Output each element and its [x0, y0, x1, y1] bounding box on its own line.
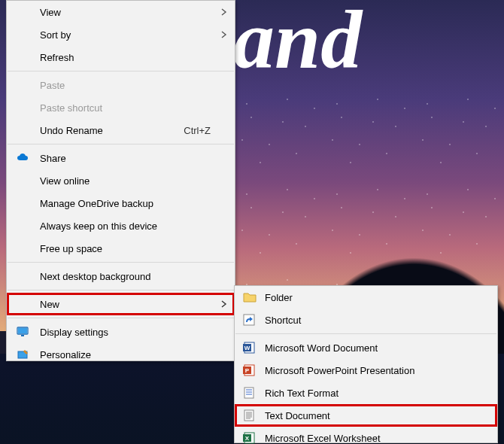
text-document-icon	[242, 408, 257, 423]
submenu-excel[interactable]: X Microsoft Excel Worksheet	[235, 427, 497, 444]
blank-icon	[16, 218, 29, 233]
submenu-text-document[interactable]: Text Document	[235, 404, 497, 427]
submenu-rtf[interactable]: Rich Text Format	[235, 382, 497, 404]
menu-next-desktop-background-label: Next desktop background	[40, 271, 214, 282]
chevron-right-icon	[221, 31, 227, 38]
menu-paste-shortcut: Paste shortcut	[7, 96, 235, 119]
submenu-powerpoint[interactable]: P Microsoft PowerPoint Presentation	[235, 359, 497, 382]
submenu-shortcut-label: Shortcut	[265, 315, 476, 326]
menu-always-keep[interactable]: Always keep on this device	[7, 214, 235, 237]
menu-personalize-label: Personalize	[40, 349, 214, 360]
blank-icon	[16, 196, 29, 211]
desktop: and View Sort by Refresh Paste Paste sho…	[0, 0, 504, 444]
menu-free-up-space-label: Free up space	[40, 243, 214, 254]
submenu-text-document-label: Text Document	[265, 410, 476, 421]
menu-undo-rename[interactable]: Undo Rename Ctrl+Z	[7, 119, 235, 141]
menu-separator	[235, 333, 496, 334]
folder-icon	[242, 290, 257, 305]
menu-share-label: Share	[40, 153, 214, 164]
submenu-word-doc-label: Microsoft Word Document	[265, 342, 476, 354]
chevron-right-icon	[221, 300, 227, 308]
svg-text:P: P	[245, 367, 250, 374]
display-settings-icon	[16, 324, 29, 339]
blank-icon	[16, 27, 29, 42]
blank-icon	[16, 173, 29, 188]
blank-icon	[16, 5, 29, 20]
cloud-icon	[16, 151, 29, 166]
menu-separator	[8, 71, 234, 71]
menu-sort-by-label: Sort by	[40, 29, 214, 41]
menu-undo-rename-shortcut: Ctrl+Z	[184, 125, 214, 136]
menu-undo-rename-label: Undo Rename	[40, 125, 184, 136]
blank-icon	[16, 50, 29, 65]
svg-text:W: W	[244, 345, 250, 351]
menu-separator	[8, 144, 234, 144]
blank-icon	[16, 269, 29, 284]
menu-separator	[8, 262, 234, 263]
menu-manage-onedrive-backup-label: Manage OneDrive backup	[40, 198, 214, 209]
svg-rect-11	[244, 388, 254, 398]
menu-manage-onedrive-backup[interactable]: Manage OneDrive backup	[7, 192, 235, 214]
svg-rect-2	[21, 335, 24, 336]
menu-display-settings-label: Display settings	[40, 327, 214, 338]
submenu-powerpoint-label: Microsoft PowerPoint Presentation	[265, 365, 476, 376]
submenu-folder[interactable]: Folder	[235, 286, 497, 309]
word-icon: W	[242, 340, 257, 355]
menu-display-settings[interactable]: Display settings	[7, 321, 235, 343]
blank-icon	[16, 123, 29, 138]
blank-icon	[16, 100, 29, 115]
menu-refresh-label: Refresh	[40, 52, 214, 63]
shortcut-icon	[242, 312, 257, 327]
menu-new[interactable]: New	[7, 293, 235, 315]
submenu-excel-label: Microsoft Excel Worksheet	[265, 433, 476, 444]
menu-view-online-label: View online	[40, 175, 214, 187]
menu-free-up-space[interactable]: Free up space	[7, 237, 235, 260]
excel-icon: X	[242, 430, 257, 444]
menu-sort-by[interactable]: Sort by	[7, 23, 235, 46]
menu-share[interactable]: Share	[7, 147, 235, 169]
submenu-folder-label: Folder	[265, 292, 476, 303]
svg-rect-1	[18, 328, 27, 333]
new-submenu: Folder Shortcut W Microsoft Word Documen…	[234, 285, 498, 443]
submenu-word-doc[interactable]: W Microsoft Word Document	[235, 336, 497, 359]
menu-refresh[interactable]: Refresh	[7, 46, 235, 68]
blank-icon	[16, 241, 29, 256]
menu-paste-label: Paste	[40, 80, 214, 91]
menu-new-label: New	[40, 299, 214, 310]
menu-next-desktop-background[interactable]: Next desktop background	[7, 265, 235, 287]
submenu-rtf-label: Rich Text Format	[265, 388, 476, 399]
menu-separator	[8, 290, 234, 290]
svg-text:X: X	[245, 435, 250, 442]
menu-view-label: View	[40, 7, 214, 18]
submenu-shortcut[interactable]: Shortcut	[235, 309, 497, 331]
blank-icon	[16, 78, 29, 93]
blank-icon	[16, 297, 29, 312]
desktop-context-menu: View Sort by Refresh Paste Paste shortcu…	[6, 0, 235, 361]
menu-view[interactable]: View	[7, 1, 235, 23]
menu-separator	[8, 318, 234, 318]
menu-always-keep-label: Always keep on this device	[40, 220, 214, 232]
menu-view-online[interactable]: View online	[7, 169, 235, 192]
powerpoint-icon: P	[242, 363, 257, 378]
chevron-right-icon	[221, 8, 227, 16]
personalize-icon	[16, 347, 29, 362]
rtf-icon	[242, 385, 257, 400]
menu-paste: Paste	[7, 74, 235, 96]
menu-personalize[interactable]: Personalize	[7, 343, 235, 366]
menu-paste-shortcut-label: Paste shortcut	[40, 102, 214, 114]
